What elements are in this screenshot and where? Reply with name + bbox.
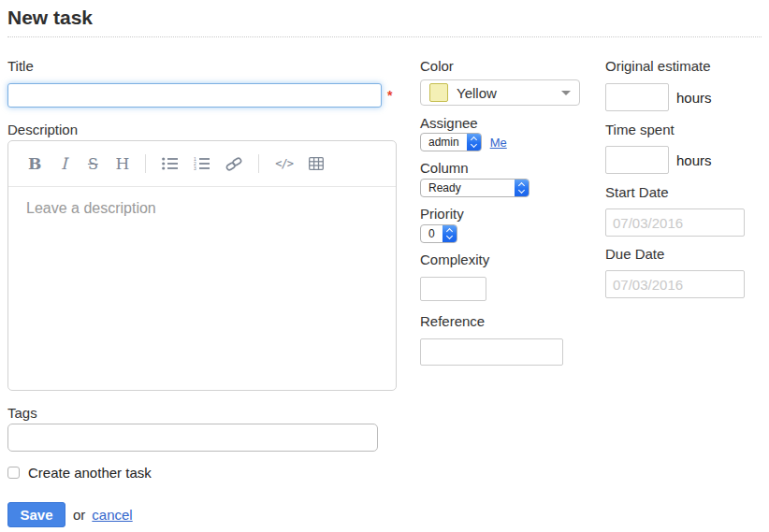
bold-icon[interactable]: B (28, 156, 41, 172)
assignee-select[interactable]: admin (420, 133, 482, 151)
select-stepper-icon (467, 134, 481, 151)
original-estimate-row: hours (605, 83, 766, 111)
hours-unit-text: hours (676, 152, 712, 168)
color-swatch-yellow (429, 83, 448, 102)
or-text: or (73, 507, 85, 523)
complexity-label: Complexity (420, 252, 593, 266)
left-column: Title * Description B I S H 1 2 (7, 59, 399, 527)
title-row: * (7, 83, 399, 108)
chevron-down-icon (561, 91, 571, 95)
right-column: Original estimate hours Time spent hours… (605, 59, 766, 298)
form-actions: Save or cancel (7, 502, 399, 527)
reference-input[interactable] (420, 338, 563, 366)
assignee-selected-value: admin (421, 134, 467, 151)
complexity-input[interactable] (420, 277, 486, 301)
description-editor: B I S H 1 2 3 (7, 140, 397, 391)
due-date-label: Due Date (605, 247, 766, 261)
create-another-checkbox[interactable] (7, 467, 20, 479)
italic-icon[interactable]: I (57, 156, 70, 172)
time-spent-label: Time spent (605, 122, 766, 137)
start-date-label: Start Date (605, 185, 766, 199)
description-placeholder: Leave a description (26, 200, 156, 216)
due-date-input[interactable] (605, 270, 745, 298)
assignee-label: Assignee (420, 116, 593, 130)
code-icon[interactable]: </> (275, 157, 293, 170)
page-header: New task (7, 7, 762, 37)
page-title: New task (7, 7, 762, 29)
toolbar-separator (145, 154, 146, 173)
color-selected-value: Yellow (457, 85, 497, 101)
ordered-list-icon[interactable]: 1 2 3 (194, 157, 210, 170)
editor-toolbar: B I S H 1 2 3 (8, 141, 396, 187)
select-stepper-icon (443, 225, 457, 242)
column-selected-value: Ready (421, 180, 469, 196)
middle-column: Color Yellow Assignee admin Me Column Re… (420, 59, 593, 366)
table-icon[interactable] (309, 157, 324, 170)
tags-label: Tags (7, 406, 399, 420)
heading-icon[interactable]: H (115, 156, 129, 172)
reference-label: Reference (420, 314, 593, 328)
svg-text:3: 3 (194, 165, 196, 170)
required-asterisk: * (387, 88, 392, 103)
time-spent-input[interactable] (605, 146, 669, 174)
cancel-link[interactable]: cancel (92, 507, 132, 523)
title-input[interactable] (7, 83, 382, 108)
link-icon[interactable] (225, 157, 242, 171)
select-stepper-icon (515, 180, 529, 196)
assignee-row: admin Me (420, 133, 593, 151)
original-estimate-label: Original estimate (605, 59, 766, 73)
strikethrough-icon[interactable]: S (86, 156, 99, 172)
toolbar-separator (258, 154, 259, 173)
create-another-row: Create another task (7, 465, 399, 481)
priority-select[interactable]: 0 (420, 224, 457, 243)
priority-selected-value: 0 (421, 225, 443, 242)
column-label: Column (420, 161, 593, 175)
color-dropdown[interactable]: Yellow (420, 79, 580, 106)
priority-label: Priority (420, 207, 593, 221)
unordered-list-icon[interactable] (162, 157, 178, 170)
original-estimate-input[interactable] (605, 83, 669, 111)
assign-me-link[interactable]: Me (490, 136, 507, 150)
description-label: Description (7, 122, 399, 137)
description-textarea[interactable]: Leave a description (8, 187, 396, 230)
save-button[interactable]: Save (7, 502, 65, 527)
tags-input[interactable] (7, 424, 378, 452)
column-select[interactable]: Ready (420, 179, 530, 197)
hours-unit-text: hours (676, 90, 712, 106)
title-label: Title (7, 59, 399, 73)
color-label: Color (420, 59, 593, 73)
time-spent-row: hours (605, 146, 766, 174)
start-date-input[interactable] (605, 208, 745, 237)
create-another-label: Create another task (28, 465, 152, 481)
